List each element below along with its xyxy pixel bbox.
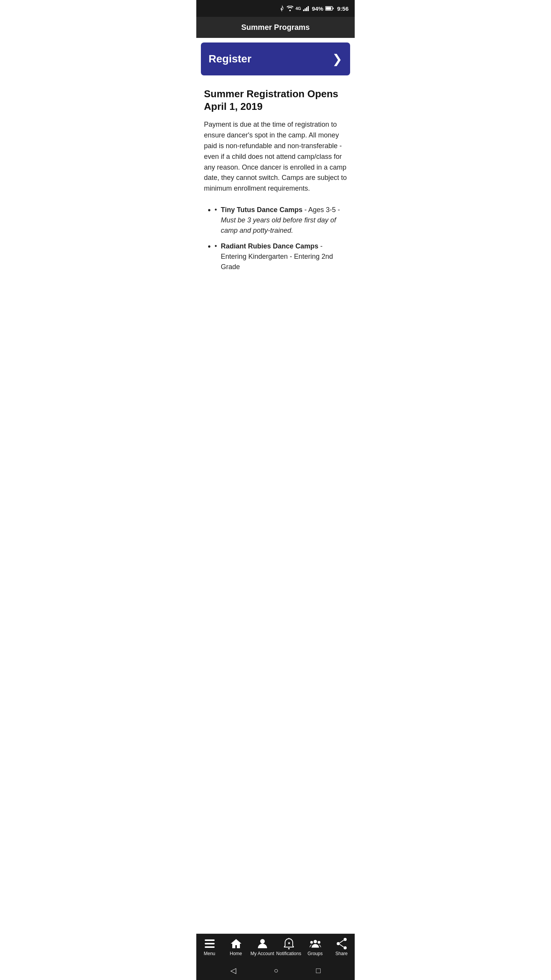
camp-list: • Tiny Tutus Dance Camps - Ages 3-5 - Mu… — [204, 205, 347, 272]
main-content: Summer Registration Opens April 1, 2019 … — [196, 80, 355, 272]
content-body: Payment is due at the time of registrati… — [204, 119, 347, 194]
wifi-icon — [287, 6, 293, 11]
bullet-dot: • — [215, 205, 217, 215]
battery-percent: 94% — [312, 5, 323, 12]
list-item: • Radiant Rubies Dance Camps - Entering … — [208, 241, 347, 272]
list-item-rest: - Ages 3-5 - — [304, 206, 340, 214]
svg-rect-5 — [326, 7, 331, 10]
svg-rect-0 — [303, 10, 304, 11]
svg-rect-6 — [333, 8, 334, 9]
list-item-bold: Radiant Rubies Dance Camps — [221, 242, 318, 250]
list-item-text: Tiny Tutus Dance Camps - Ages 3-5 - Must… — [221, 205, 347, 236]
status-bar: 4G 94% 9:56 — [196, 0, 355, 17]
battery-icon — [325, 6, 334, 11]
signal-icon — [303, 6, 310, 11]
network-icon: 4G — [295, 6, 301, 11]
page-title: Summer Programs — [241, 23, 310, 31]
register-label: Register — [209, 53, 251, 65]
list-item-italic: Must be 3 years old before first day of … — [221, 216, 336, 234]
register-chevron-icon: ❯ — [332, 52, 342, 66]
list-item: • Tiny Tutus Dance Camps - Ages 3-5 - Mu… — [208, 205, 347, 236]
app-header: Summer Programs — [196, 17, 355, 38]
status-icons: 4G 94% 9:56 — [279, 5, 349, 12]
register-button[interactable]: Register ❯ — [201, 42, 350, 75]
bluetooth-icon — [279, 5, 285, 12]
svg-rect-1 — [305, 8, 306, 11]
list-item-bold: Tiny Tutus Dance Camps — [221, 206, 302, 214]
svg-rect-2 — [306, 7, 307, 11]
svg-rect-3 — [308, 6, 309, 11]
clock: 9:56 — [337, 5, 349, 12]
bullet-dot: • — [215, 241, 217, 252]
list-item-text: Radiant Rubies Dance Camps - Entering Ki… — [221, 241, 347, 272]
content-heading: Summer Registration Opens April 1, 2019 — [204, 88, 347, 113]
